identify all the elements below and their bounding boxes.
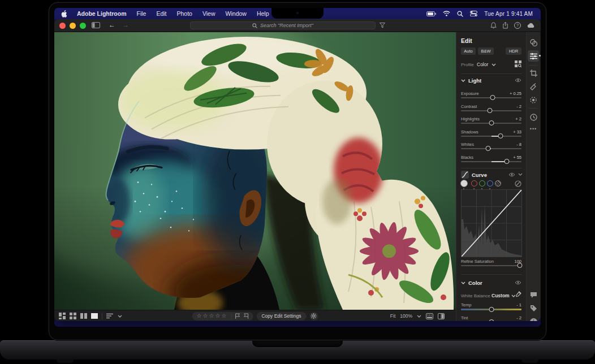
refine-saturation-thumb[interactable]	[517, 263, 522, 268]
settings-gear-button[interactable]	[309, 312, 318, 320]
whites-slider[interactable]	[461, 148, 521, 149]
color-section-title[interactable]: Color	[468, 280, 482, 286]
sort-order-button[interactable]	[106, 313, 114, 319]
battery-icon[interactable]	[426, 11, 436, 16]
temp-slider-thumb[interactable]	[489, 307, 494, 312]
auto-button[interactable]: Auto	[461, 47, 476, 55]
panel-divider	[461, 274, 521, 275]
menu-view[interactable]: View	[197, 10, 221, 17]
edit-tool-button[interactable]	[528, 50, 539, 62]
wifi-icon[interactable]	[443, 11, 450, 16]
sidebar-toggle-button[interactable]	[92, 22, 100, 28]
zoom-chevron-down-icon[interactable]	[417, 315, 421, 318]
curve-section-title[interactable]: Curve	[472, 172, 487, 178]
apple-menu[interactable]	[61, 10, 67, 18]
shadows-slider-thumb[interactable]	[498, 133, 503, 138]
tone-curve-graph[interactable]	[461, 189, 522, 257]
healing-tool-button[interactable]	[528, 81, 539, 92]
exposure-slider-thumb[interactable]	[490, 95, 495, 100]
reject-flag-button[interactable]	[243, 313, 248, 319]
tint-slider-thumb[interactable]	[489, 319, 494, 321]
zoom-fit-label[interactable]: Fit	[390, 313, 395, 319]
menu-photo[interactable]: Photo	[172, 10, 197, 17]
curve-channel-red-button[interactable]	[471, 180, 477, 187]
highlights-slider[interactable]	[461, 123, 521, 124]
detail-view-button[interactable]	[91, 313, 98, 319]
highlights-slider-thumb[interactable]	[489, 120, 494, 125]
contrast-slider-thumb[interactable]	[488, 108, 493, 113]
more-tools-button[interactable]: •••	[528, 123, 539, 135]
curve-channel-parametric-button[interactable]	[495, 180, 501, 187]
menu-edit[interactable]: Edit	[151, 10, 171, 17]
star-rating[interactable]: ☆☆☆☆☆	[197, 313, 228, 319]
filter-button[interactable]	[380, 23, 385, 28]
temp-slider[interactable]	[461, 309, 521, 310]
menu-help[interactable]: Help	[252, 10, 274, 17]
profile-value-dropdown[interactable]: Color	[477, 62, 488, 67]
tone-curve-plot	[462, 190, 521, 257]
menubar-app-name[interactable]: Adobe Lightroom	[72, 10, 132, 17]
contrast-slider[interactable]	[461, 110, 521, 111]
zoom-level-value[interactable]: 100%	[400, 313, 412, 319]
color-section-chevron-icon[interactable]	[461, 281, 465, 284]
zoom-window-button[interactable]	[80, 23, 86, 29]
presets-button[interactable]	[528, 37, 539, 48]
minimize-window-button[interactable]	[70, 23, 76, 29]
keywords-button[interactable]	[528, 302, 539, 314]
curve-channel-blue-button[interactable]	[487, 180, 493, 187]
masking-tool-button[interactable]	[528, 94, 539, 106]
blacks-slider[interactable]	[461, 161, 521, 162]
before-after-view-button[interactable]	[438, 313, 445, 319]
back-button[interactable]: ←	[109, 21, 115, 29]
filmstrip-toggle-button[interactable]	[426, 313, 433, 319]
photo-view-area: ☆☆☆☆☆ Copy Edit Settings	[54, 32, 456, 321]
menu-window[interactable]: Window	[221, 10, 252, 17]
photo-grid-view-button[interactable]	[59, 313, 66, 319]
sort-chevron-down-icon[interactable]	[118, 315, 122, 318]
crop-tool-button[interactable]	[528, 67, 539, 79]
square-grid-view-button[interactable]	[70, 313, 76, 319]
curve-collapse-chevron-icon[interactable]	[518, 173, 523, 176]
light-section-chevron-icon[interactable]	[461, 79, 465, 82]
spotlight-search-icon[interactable]	[457, 11, 463, 17]
whites-slider-thumb[interactable]	[486, 146, 491, 151]
refine-saturation-slider[interactable]	[461, 265, 521, 266]
filter-funnel-icon	[380, 23, 385, 28]
forward-button[interactable]: →	[122, 21, 129, 29]
control-center-icon[interactable]	[470, 11, 477, 16]
blacks-slider-thumb[interactable]	[505, 159, 510, 164]
light-section-title[interactable]: Light	[468, 77, 481, 84]
curve-channel-green-button[interactable]	[479, 180, 485, 187]
curve-visibility-eye-icon[interactable]	[508, 172, 515, 177]
help-button[interactable]: ?	[514, 22, 521, 29]
profile-chevron-down-icon[interactable]	[491, 63, 496, 66]
notifications-bell-icon[interactable]	[490, 22, 497, 29]
search-input[interactable]: Search "Recent Import"	[190, 21, 376, 29]
light-visibility-eye-icon[interactable]	[515, 78, 521, 83]
color-visibility-eye-icon[interactable]	[515, 280, 521, 285]
comments-button[interactable]	[528, 289, 539, 301]
menu-file[interactable]: File	[132, 10, 152, 17]
white-balance-dropdown[interactable]: Custom	[491, 293, 510, 298]
bw-button[interactable]: B&W	[478, 47, 494, 55]
menubar-clock[interactable]: Tue Apr 1 9:41 AM	[484, 11, 533, 17]
eyedropper-icon[interactable]	[515, 291, 521, 297]
exposure-slider[interactable]	[461, 97, 521, 98]
curve-channel-all-button[interactable]	[460, 180, 468, 187]
info-button[interactable]: i	[528, 316, 539, 321]
share-export-icon[interactable]	[502, 21, 508, 29]
cloud-sync-icon[interactable]	[527, 23, 535, 28]
curve-reset-icon[interactable]	[515, 180, 521, 187]
pick-flag-button[interactable]	[235, 313, 240, 319]
copy-edit-settings-button[interactable]: Copy Edit Settings	[256, 312, 306, 320]
browse-profiles-icon[interactable]	[515, 60, 521, 67]
display-notch	[271, 8, 324, 19]
photo-canvas[interactable]	[54, 32, 456, 310]
hdr-button[interactable]: HDR	[506, 47, 521, 55]
shadows-slider[interactable]	[461, 136, 521, 137]
rating-flag-pill: ☆☆☆☆☆	[192, 312, 253, 320]
versions-button[interactable]	[528, 111, 539, 123]
close-window-button[interactable]	[59, 23, 66, 29]
compare-view-button[interactable]	[80, 313, 87, 319]
curve-tool-button[interactable]	[461, 171, 469, 179]
